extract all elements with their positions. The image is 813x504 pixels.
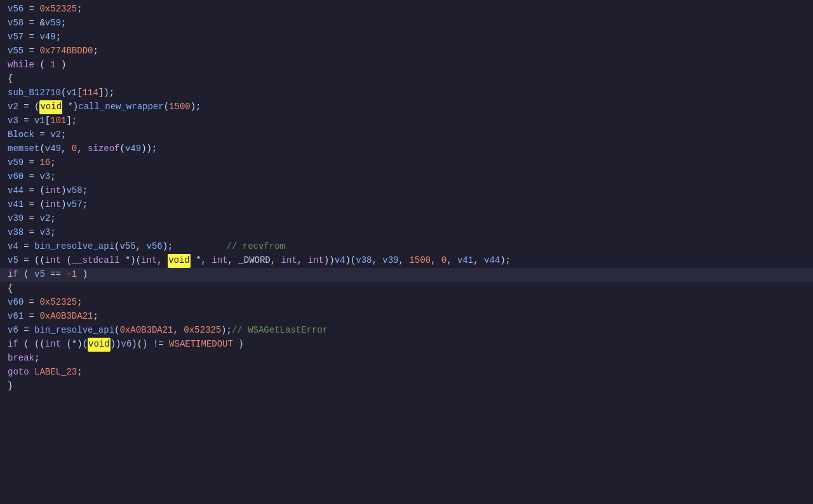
code-token: ); bbox=[221, 324, 232, 338]
code-token: , bbox=[297, 254, 308, 268]
code-token: , bbox=[473, 254, 484, 268]
code-line: v61 = 0xA0B3DA21; bbox=[0, 310, 813, 324]
code-token: ( (( bbox=[18, 338, 45, 352]
code-token: ; bbox=[50, 170, 55, 184]
code-token: , bbox=[136, 240, 147, 254]
code-line: v57 = v49; bbox=[0, 30, 813, 44]
code-token: v58 bbox=[66, 184, 82, 198]
code-token: } bbox=[8, 380, 13, 394]
code-token: v57 bbox=[66, 198, 82, 212]
code-token: ; bbox=[77, 3, 82, 17]
code-token: = bbox=[24, 212, 39, 226]
code-token: ( bbox=[34, 58, 50, 72]
code-token: v59 bbox=[8, 156, 24, 170]
code-token: ]; bbox=[66, 114, 77, 128]
code-token: , bbox=[372, 254, 382, 268]
code-line: if ( v5 == -1 ) bbox=[0, 268, 813, 282]
code-token: v4 bbox=[335, 254, 346, 268]
code-token: = bbox=[24, 156, 39, 170]
code-token: , _DWORD, bbox=[228, 254, 281, 268]
code-token: = ( bbox=[24, 184, 45, 198]
code-token: ( bbox=[18, 268, 34, 282]
code-token: goto bbox=[8, 366, 29, 380]
code-line: goto LABEL_23; bbox=[0, 366, 813, 380]
code-token: ; bbox=[61, 17, 66, 30]
code-token: ; bbox=[93, 310, 98, 324]
code-line: v5 = ((int (__stdcall *)(int, void *, in… bbox=[0, 254, 813, 268]
code-token: = bbox=[34, 128, 50, 142]
code-token: v5 bbox=[34, 268, 45, 282]
code-token: v38 bbox=[356, 254, 372, 268]
code-token: { bbox=[8, 72, 13, 86]
highlighted-keyword: void bbox=[39, 100, 62, 114]
code-token: ; bbox=[83, 198, 88, 212]
code-token: v44 bbox=[484, 254, 500, 268]
code-token: 1 bbox=[50, 58, 55, 72]
code-line: v4 = bin_resolve_api(v55, v56); // recvf… bbox=[0, 240, 813, 254]
code-token: v38 bbox=[8, 226, 24, 240]
code-token: 0x774BBDD0 bbox=[39, 44, 93, 58]
code-token: v39 bbox=[8, 212, 24, 226]
code-token: ; bbox=[61, 128, 66, 142]
code-token: 0xA0B3DA21 bbox=[39, 310, 93, 324]
code-token: sub_B12710 bbox=[8, 86, 61, 100]
code-token: = bbox=[18, 114, 34, 128]
code-line: v59 = 16; bbox=[0, 156, 813, 170]
code-token: )() != bbox=[131, 338, 169, 352]
code-token: v57 bbox=[8, 30, 24, 44]
code-token: ; bbox=[50, 212, 55, 226]
code-token: break bbox=[8, 352, 34, 366]
code-line: { bbox=[0, 72, 813, 86]
code-token: ; bbox=[56, 30, 61, 44]
code-token: ); bbox=[500, 254, 511, 268]
code-token: bin_resolve_api bbox=[34, 324, 114, 338]
code-line: if ( ((int (*)(void))v6)() != WSAETIMEDO… bbox=[0, 338, 813, 352]
code-line: memset(v49, 0, sizeof(v49)); bbox=[0, 142, 813, 156]
code-token: ]); bbox=[98, 86, 114, 100]
code-token: call_new_wrapper bbox=[78, 100, 163, 114]
code-line: v2 = (void *)call_new_wrapper(1500); bbox=[0, 100, 813, 114]
highlighted-keyword: void bbox=[168, 254, 191, 268]
code-token: = bbox=[18, 240, 34, 254]
code-token: // WSAGetLastError bbox=[232, 324, 328, 338]
code-token: if bbox=[8, 268, 18, 282]
code-token: v5 bbox=[8, 254, 18, 268]
code-token: = bbox=[24, 170, 39, 184]
code-line: v58 = &v59; bbox=[0, 17, 813, 30]
code-token: v6 bbox=[8, 324, 18, 338]
code-token: = (( bbox=[18, 254, 45, 268]
code-token: ; bbox=[77, 296, 82, 310]
code-line: v6 = bin_resolve_api(0xA0B3DA21, 0x52325… bbox=[0, 324, 813, 338]
code-token: 0 bbox=[441, 254, 447, 268]
code-token: ; bbox=[34, 352, 39, 366]
code-token: )); bbox=[141, 142, 157, 156]
code-line: } bbox=[0, 380, 813, 394]
code-token: *) bbox=[62, 100, 78, 114]
code-token: v56 bbox=[147, 240, 163, 254]
code-line: { bbox=[0, 282, 813, 296]
code-line: while ( 1 ) bbox=[0, 58, 813, 72]
code-token: while bbox=[8, 58, 34, 72]
code-token: v49 bbox=[45, 142, 61, 156]
code-token: int bbox=[45, 184, 61, 198]
code-token: v59 bbox=[45, 17, 61, 30]
code-token: , bbox=[173, 324, 184, 338]
code-line: sub_B12710(v1[114]); bbox=[0, 86, 813, 100]
code-token: ( bbox=[61, 86, 66, 100]
code-token: LABEL_23 bbox=[34, 366, 77, 380]
code-token: v3 bbox=[8, 114, 18, 128]
code-token: ); bbox=[191, 100, 201, 114]
code-token: = bbox=[24, 17, 39, 30]
code-token: v41 bbox=[8, 198, 24, 212]
code-token bbox=[29, 366, 34, 380]
code-line: v38 = v3; bbox=[0, 226, 813, 240]
code-token: 101 bbox=[50, 114, 66, 128]
code-token: v1 bbox=[34, 114, 45, 128]
code-token: v2 bbox=[8, 100, 18, 114]
code-token: = bbox=[24, 44, 39, 58]
code-token: int bbox=[45, 338, 61, 352]
code-token: { bbox=[8, 282, 13, 296]
code-line: v55 = 0x774BBDD0; bbox=[0, 44, 813, 58]
code-token: 114 bbox=[83, 86, 98, 100]
code-token: v2 bbox=[39, 212, 50, 226]
